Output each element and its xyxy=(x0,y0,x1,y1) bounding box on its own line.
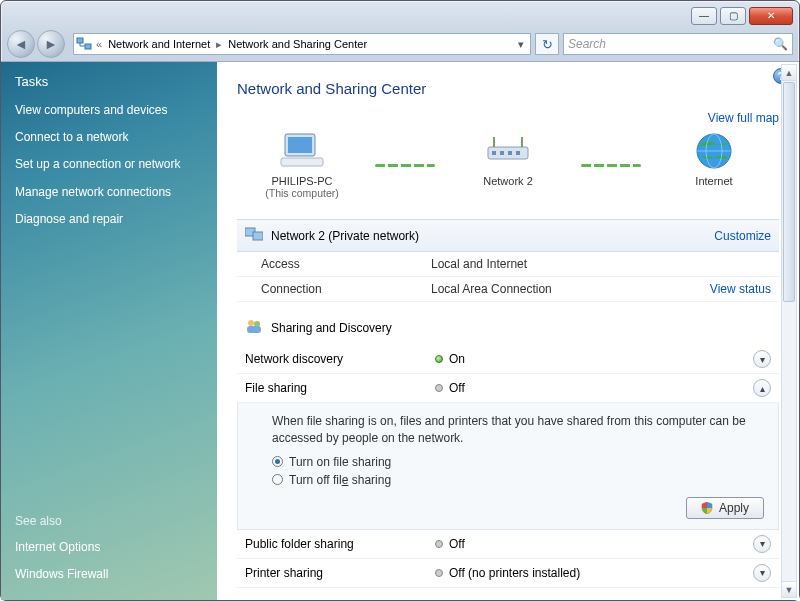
titlebar: — ▢ ✕ xyxy=(1,1,799,27)
switch-icon xyxy=(484,131,532,171)
node-network[interactable]: Network 2 xyxy=(443,131,573,199)
expand-network-discovery-button[interactable]: ▾ xyxy=(753,350,771,368)
sidebar-link-diagnose[interactable]: Diagnose and repair xyxy=(15,206,203,233)
row-access: Access Local and Internet xyxy=(237,252,779,277)
body: Tasks View computers and devices Connect… xyxy=(1,61,799,600)
scroll-up-button[interactable]: ▲ xyxy=(782,65,796,81)
connection-label: Connection xyxy=(261,282,431,296)
sidebar-link-view-computers[interactable]: View computers and devices xyxy=(15,97,203,124)
row-file-sharing: File sharing Off ▴ xyxy=(237,374,779,403)
content: ? Network and Sharing Center View full m… xyxy=(217,62,799,600)
tasks-heading: Tasks xyxy=(15,74,203,89)
svg-rect-3 xyxy=(288,137,312,153)
breadcrumb-parent[interactable]: Network and Internet xyxy=(106,38,212,50)
svg-rect-4 xyxy=(281,158,323,166)
search-placeholder: Search xyxy=(568,37,606,51)
globe-icon xyxy=(690,131,738,171)
people-icon xyxy=(245,318,263,337)
expand-public-folder-button[interactable]: ▾ xyxy=(753,535,771,553)
node-this-computer[interactable]: PHILIPS-PC (This computer) xyxy=(237,131,367,199)
svg-rect-1 xyxy=(85,44,91,49)
sidebar: Tasks View computers and devices Connect… xyxy=(1,62,217,600)
public-folder-sharing-state: Off xyxy=(449,537,465,551)
radio-off-icon xyxy=(272,474,283,485)
back-button[interactable]: ◄ xyxy=(7,30,35,58)
search-icon[interactable]: 🔍 xyxy=(773,37,788,51)
see-also-heading: See also xyxy=(15,514,203,528)
node-internet[interactable]: Internet xyxy=(649,131,779,199)
address-bar[interactable]: « Network and Internet ▸ Network and Sha… xyxy=(73,33,531,55)
breadcrumb-chevron-icon: « xyxy=(96,38,102,50)
collapse-file-sharing-button[interactable]: ▴ xyxy=(753,379,771,397)
search-input[interactable]: Search 🔍 xyxy=(563,33,793,55)
address-dropdown-icon[interactable]: ▾ xyxy=(514,38,528,51)
scroll-down-button[interactable]: ▼ xyxy=(782,581,796,597)
sidebar-link-windows-firewall[interactable]: Windows Firewall xyxy=(15,561,203,588)
svg-rect-18 xyxy=(247,326,261,333)
file-sharing-label: File sharing xyxy=(245,381,435,395)
scrollbar[interactable]: ▲ ▼ xyxy=(781,64,797,598)
page-title: Network and Sharing Center xyxy=(237,80,779,97)
row-printer-sharing: Printer sharing Off (no printers install… xyxy=(237,559,779,588)
close-button[interactable]: ✕ xyxy=(749,7,793,25)
node-internet-label: Internet xyxy=(695,175,732,187)
svg-rect-8 xyxy=(508,151,512,155)
computer-icon xyxy=(278,131,326,171)
status-dot-on-icon xyxy=(435,355,443,363)
network-discovery-state: On xyxy=(449,352,465,366)
scroll-thumb[interactable] xyxy=(783,82,795,302)
node-net-name: Network 2 xyxy=(483,175,533,187)
network-small-icon xyxy=(245,226,263,245)
status-dot-off-icon xyxy=(435,540,443,548)
svg-rect-6 xyxy=(492,151,496,155)
network-discovery-label: Network discovery xyxy=(245,352,435,366)
apply-button[interactable]: Apply xyxy=(686,497,764,519)
network-map: PHILIPS-PC (This computer) Network 2 xyxy=(237,131,779,199)
forward-button[interactable]: ► xyxy=(37,30,65,58)
sidebar-link-connect[interactable]: Connect to a network xyxy=(15,124,203,151)
sharing-discovery-title: Sharing and Discovery xyxy=(271,321,392,335)
access-value: Local and Internet xyxy=(431,257,527,271)
breadcrumb-current[interactable]: Network and Sharing Center xyxy=(226,38,369,50)
row-public-folder-sharing: Public folder sharing Off ▾ xyxy=(237,530,779,559)
radio-on-label: Turn on file sharing xyxy=(289,455,391,469)
printer-sharing-label: Printer sharing xyxy=(245,566,435,580)
row-connection: Connection Local Area Connection View st… xyxy=(237,277,779,302)
connector-icon xyxy=(581,164,641,167)
window: — ▢ ✕ ◄ ► « Network and Internet ▸ Netwo… xyxy=(0,0,800,601)
printer-sharing-state: Off (no printers installed) xyxy=(449,566,580,580)
radio-on-icon xyxy=(272,456,283,467)
apply-button-label: Apply xyxy=(719,501,749,515)
sidebar-link-internet-options[interactable]: Internet Options xyxy=(15,534,203,561)
file-sharing-description: When file sharing is on, files and print… xyxy=(272,413,764,447)
view-status-link[interactable]: View status xyxy=(710,282,771,296)
view-full-map-link[interactable]: View full map xyxy=(237,111,779,125)
svg-rect-9 xyxy=(516,151,520,155)
connection-value: Local Area Connection xyxy=(431,282,552,296)
sidebar-link-setup-connection[interactable]: Set up a connection or network xyxy=(15,151,203,178)
network-section-header: Network 2 (Private network) Customize xyxy=(237,219,779,252)
file-sharing-state: Off xyxy=(449,381,465,395)
network-section-label: Network 2 (Private network) xyxy=(271,229,419,243)
sidebar-link-manage-connections[interactable]: Manage network connections xyxy=(15,179,203,206)
svg-rect-15 xyxy=(253,232,263,240)
svg-point-16 xyxy=(248,320,254,326)
expand-printer-sharing-button[interactable]: ▾ xyxy=(753,564,771,582)
maximize-button[interactable]: ▢ xyxy=(720,7,746,25)
access-label: Access xyxy=(261,257,431,271)
radio-turn-off-file-sharing[interactable]: Turn off file sharing xyxy=(272,471,764,489)
svg-rect-7 xyxy=(500,151,504,155)
radio-turn-on-file-sharing[interactable]: Turn on file sharing xyxy=(272,453,764,471)
customize-link[interactable]: Customize xyxy=(714,229,771,243)
nav-buttons: ◄ ► xyxy=(7,30,65,58)
refresh-button[interactable]: ↻ xyxy=(535,33,559,55)
row-network-discovery: Network discovery On ▾ xyxy=(237,345,779,374)
status-dot-off-icon xyxy=(435,569,443,577)
node-pc-name: PHILIPS-PC xyxy=(271,175,332,187)
minimize-button[interactable]: — xyxy=(691,7,717,25)
network-icon xyxy=(76,36,92,52)
svg-rect-0 xyxy=(77,38,83,43)
status-dot-off-icon xyxy=(435,384,443,392)
radio-off-label: Turn off file sharing xyxy=(289,473,391,487)
file-sharing-panel: When file sharing is on, files and print… xyxy=(237,403,779,530)
